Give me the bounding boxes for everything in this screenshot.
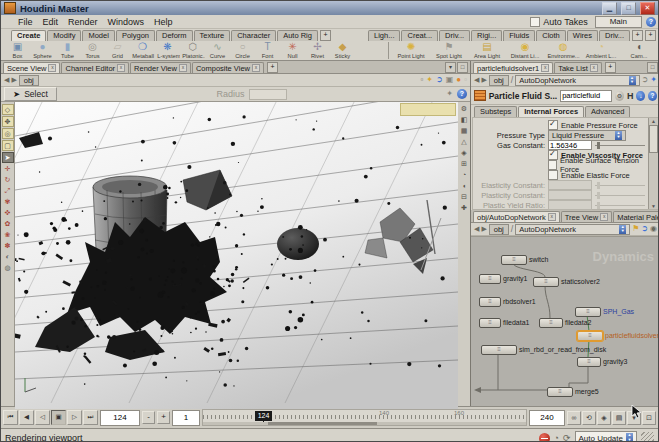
pane-tab[interactable]: Material Palette x <box>613 211 659 222</box>
pane-tab[interactable]: obj/AutoDopNetwork x <box>473 211 560 222</box>
surface-tension-checkbox[interactable] <box>548 160 557 170</box>
param-help-icon[interactable]: ? <box>648 91 657 101</box>
nav-forward-icon[interactable]: ▶ <box>481 224 486 234</box>
current-frame-field[interactable] <box>100 410 140 426</box>
zoom-tool-icon[interactable]: ◎ <box>2 128 14 139</box>
refresh-icon[interactable]: ⟳ <box>563 433 571 442</box>
pane-tab[interactable]: particlefluidsolver1 x <box>473 62 553 73</box>
play-button[interactable]: ▷ <box>67 410 82 425</box>
timeline-scrollbar[interactable] <box>203 422 526 425</box>
step-back-button[interactable]: ◀ <box>19 410 34 425</box>
handle-tool-icon[interactable]: ✜ <box>2 208 13 218</box>
select-tool-icon[interactable]: ➤ <box>2 152 14 163</box>
box-tool-button[interactable]: ▣ Box <box>5 41 30 59</box>
pane-tab[interactable]: Composite View x <box>192 62 264 73</box>
gear-icon[interactable]: ⚙ <box>615 91 624 101</box>
gas-constant-slider[interactable] <box>595 141 647 149</box>
add-pane-tab-icon[interactable]: + <box>605 62 616 73</box>
timeline-ruler[interactable]: 140 160 124 <box>202 409 527 426</box>
geometry-icon[interactable]: ▣ <box>446 75 454 85</box>
network-selector[interactable]: AutoDopNetwork ▲▼ <box>515 224 630 235</box>
audio-toggle-button[interactable]: ◈ <box>597 411 611 425</box>
shelf-tab[interactable]: Fluids <box>503 30 535 41</box>
help-card-icon[interactable]: H <box>627 91 634 101</box>
pane-maximize-icon[interactable]: □ <box>457 62 468 73</box>
shelf-tab[interactable]: Creat... <box>401 30 438 41</box>
spinner-icon[interactable]: ▲▼ <box>629 76 636 85</box>
interrupt-icon[interactable] <box>539 433 550 442</box>
torus-tool-button[interactable]: ◎ Torus <box>80 41 105 59</box>
sphere-tool-button[interactable]: ● Sphere <box>30 41 55 59</box>
shelf-tab[interactable]: Deform <box>156 30 193 41</box>
normals-toggle-icon[interactable]: △ <box>459 137 470 147</box>
menu-file[interactable]: File <box>13 17 38 27</box>
cook-icon[interactable]: ◔ <box>554 433 559 442</box>
sculpt-tool-icon[interactable]: ✽ <box>2 241 13 251</box>
spinner-icon[interactable]: ▲▼ <box>619 225 626 234</box>
rivet-tool-button[interactable]: ✢ Rivet <box>305 41 330 59</box>
tab-close-icon[interactable]: x <box>117 64 125 72</box>
point-light-button[interactable]: ✺ Point Light <box>392 41 430 59</box>
viewport-help-icon[interactable]: ? <box>457 89 467 99</box>
pane-split-icon[interactable]: □ <box>647 62 658 73</box>
menu-windows[interactable]: Windows <box>103 17 150 27</box>
shelf-tab[interactable]: Driv... <box>599 30 630 41</box>
material-icon[interactable]: ● <box>456 75 461 85</box>
tab-close-icon[interactable]: x <box>48 64 56 72</box>
stop-button[interactable]: ▣ <box>51 410 66 425</box>
spinner-icon[interactable]: ▲▼ <box>626 433 633 442</box>
scrollbar-thumb[interactable] <box>649 125 658 153</box>
resize-grip[interactable] <box>641 432 654 442</box>
pane-tab[interactable]: Channel Editor x <box>61 62 129 73</box>
pane-tab[interactable]: Take List x <box>554 62 602 73</box>
rotate-tool-icon[interactable]: ↻ <box>2 175 13 185</box>
points-toggle-icon[interactable]: ◈ <box>459 148 470 158</box>
pin-icon[interactable]: ➲ <box>642 75 649 85</box>
go-start-button[interactable]: ⏮ <box>3 410 18 425</box>
loop-mode-button[interactable]: ⟲ <box>582 411 596 425</box>
auto-takes-checkbox[interactable] <box>530 17 540 27</box>
blank-toggle-icon[interactable]: ▫ <box>464 75 467 85</box>
secure-selection-icon[interactable]: ✦ <box>446 89 453 99</box>
tab-close-icon[interactable]: x <box>590 64 598 72</box>
folder-tab[interactable]: Advanced <box>585 106 630 117</box>
menu-render[interactable]: Render <box>63 17 103 27</box>
distant-light-button[interactable]: ◉ Distant Li... <box>506 41 544 59</box>
shelf-tab[interactable]: Auto Rig <box>277 30 318 41</box>
spinner-icon[interactable]: ▲▼ <box>615 131 622 140</box>
snap-toggle-icon[interactable]: ⊟ <box>459 192 470 202</box>
close-button[interactable]: ✕ <box>640 2 655 15</box>
home-view-icon[interactable]: ▢ <box>2 140 14 151</box>
shading-mode-icon[interactable]: ◧ <box>459 115 470 125</box>
shelf-tab[interactable]: Model <box>82 30 114 41</box>
scene-3d-view[interactable] <box>15 102 457 406</box>
elastic-checkbox[interactable] <box>548 170 558 180</box>
flag-icon[interactable]: ⚑ <box>632 224 639 234</box>
ambient-light-button[interactable]: ◔ Ambient L... <box>582 41 620 59</box>
select-mode-button[interactable]: ➤ Select <box>4 87 57 101</box>
pressure-type-dropdown[interactable]: Liquid Pressure ▲▼ <box>548 130 626 141</box>
curve-tool-button[interactable]: ∿ Curve <box>205 41 230 59</box>
SPH_Gas[interactable]: SPH_Gas <box>575 307 601 317</box>
go-end-button[interactable]: ⏭ <box>83 410 98 425</box>
pane-tab[interactable]: Tree View x <box>561 211 612 222</box>
auto-update-dropdown[interactable]: Auto Update ▲▼ <box>575 431 637 442</box>
network-canvas[interactable]: Dynamics switch gravity1 <box>471 236 659 406</box>
paint-tool-icon[interactable]: ❀ <box>2 230 13 240</box>
camera-button[interactable]: ◖ Cam... <box>620 41 658 59</box>
frame-step-field[interactable] <box>172 410 200 426</box>
pose-tool-icon[interactable]: ✾ <box>2 197 13 207</box>
shelf-options-icon[interactable]: + <box>645 30 656 41</box>
environment-light-button[interactable]: ◍ Environme... <box>544 41 582 59</box>
pane-menu-icon[interactable]: ▾ <box>445 62 456 73</box>
path-chip[interactable]: obj <box>19 75 39 86</box>
sticky-note[interactable] <box>400 103 456 116</box>
tube-tool-button[interactable]: ▮ Tube <box>55 41 80 59</box>
scale-tool-icon[interactable]: ⤢ <box>2 186 13 196</box>
grid-tool-button[interactable]: ▱ Grid <box>105 41 130 59</box>
add-shelf-icon[interactable]: + <box>632 30 643 41</box>
snapshot-tool-icon[interactable]: ◍ <box>2 263 13 273</box>
tab-close-icon[interactable]: x <box>179 64 187 72</box>
play-reverse-button[interactable]: ◁ <box>35 410 50 425</box>
view-options-icon[interactable]: ▫ <box>421 75 424 85</box>
